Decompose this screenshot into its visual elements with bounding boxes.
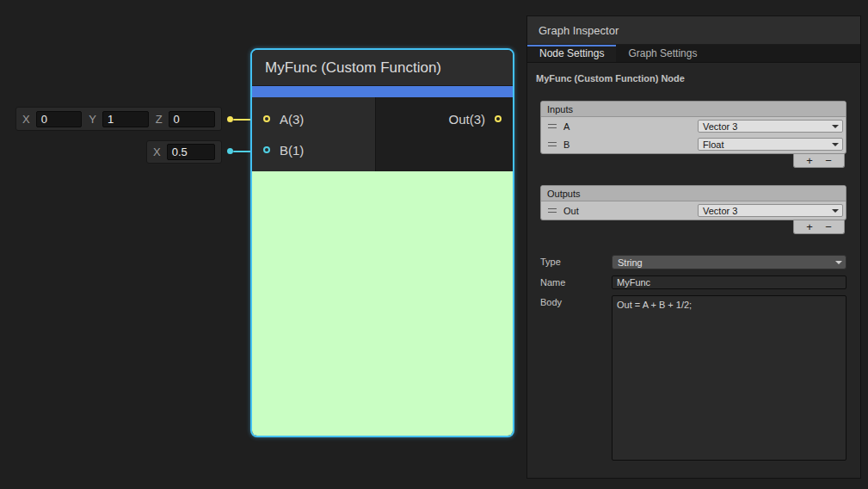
input-port-a-icon[interactable]	[263, 115, 270, 122]
output-port-out-label: Out(3)	[448, 112, 485, 127]
port-row-a: A(3)	[252, 103, 375, 134]
input-port-a-label: A(3)	[280, 112, 304, 127]
add-input-button[interactable]: +	[806, 155, 813, 166]
name-input[interactable]: MyFunc	[612, 275, 846, 289]
vector-y-input[interactable]: 1	[102, 111, 149, 127]
vector-x-input[interactable]: 0	[36, 111, 83, 127]
inputs-row-b[interactable]: B Float	[541, 135, 846, 153]
float-input-widget: X 0.5	[146, 140, 222, 164]
custom-function-node[interactable]: MyFunc (Custom Function) A(3) B(1) Out(3…	[250, 48, 514, 437]
graph-inspector-panel: Graph Inspector Node Settings Graph Sett…	[526, 15, 861, 479]
drag-handle-icon[interactable]	[548, 142, 557, 146]
input-port-b-label: B(1)	[280, 143, 304, 158]
float-x-group: X 0.5	[153, 144, 215, 160]
outputs-list-toolbar: + −	[793, 220, 845, 234]
body-label: Body	[540, 295, 612, 307]
outputs-list: Outputs Out Vector 3 + −	[540, 185, 846, 234]
outputs-row-out[interactable]: Out Vector 3	[541, 201, 846, 220]
node-port-area: A(3) B(1) Out(3)	[252, 97, 513, 171]
drag-handle-icon[interactable]	[548, 208, 557, 213]
chevron-down-icon	[832, 143, 839, 146]
output-out-type-dropdown[interactable]: Vector 3	[698, 204, 843, 217]
vector-x-label: X	[22, 113, 30, 126]
dropdown-value: Float	[703, 139, 723, 150]
float-connector-dot[interactable]	[227, 148, 233, 154]
float-x-label: X	[153, 145, 161, 158]
type-row: Type String	[540, 255, 846, 269]
inputs-list-toolbar: + −	[793, 154, 845, 168]
inputs-section-header: Inputs	[541, 102, 846, 117]
body-row: Body Out = A + B + 1/2;	[540, 295, 846, 461]
port-row-b: B(1)	[252, 134, 375, 165]
port-row-out: Out(3)	[376, 103, 513, 134]
remove-input-button[interactable]: −	[825, 155, 832, 166]
type-dropdown[interactable]: String	[612, 255, 846, 269]
vector3-input-widget: X 0 Y 1 Z 0	[15, 107, 222, 131]
node-title: MyFunc (Custom Function)	[252, 50, 513, 86]
type-label: Type	[540, 255, 612, 267]
chevron-down-icon	[832, 209, 839, 213]
vector-y-group: Y 1	[89, 111, 148, 127]
input-b-type-dropdown[interactable]: Float	[698, 138, 843, 151]
tab-node-settings[interactable]: Node Settings	[527, 45, 616, 62]
vector-x-group: X 0	[22, 111, 82, 127]
node-inputs-column: A(3) B(1)	[252, 97, 376, 171]
inputs-section: Inputs A Vector 3 B Float	[540, 101, 846, 154]
inputs-list: Inputs A Vector 3 B Float + −	[540, 101, 846, 168]
inputs-row-a[interactable]: A Vector 3	[541, 117, 846, 135]
input-row-name: B	[563, 139, 698, 150]
inspector-tab-bar: Node Settings Graph Settings	[527, 45, 860, 63]
vector3-connector-dot[interactable]	[227, 116, 233, 122]
node-preview	[252, 171, 513, 436]
dropdown-value: Vector 3	[703, 206, 737, 216]
input-a-type-dropdown[interactable]: Vector 3	[698, 120, 843, 133]
node-outputs-column: Out(3)	[376, 97, 513, 171]
name-row: Name MyFunc	[540, 275, 846, 289]
input-row-name: A	[563, 121, 698, 132]
add-output-button[interactable]: +	[806, 221, 813, 232]
vector-z-input[interactable]: 0	[169, 111, 215, 127]
outputs-section: Outputs Out Vector 3	[540, 185, 846, 220]
remove-output-button[interactable]: −	[825, 221, 832, 232]
chevron-down-icon	[832, 125, 839, 128]
inspector-title: Graph Inspector	[527, 16, 860, 45]
tab-graph-settings[interactable]: Graph Settings	[616, 45, 709, 62]
vector-z-label: Z	[156, 113, 163, 126]
float-x-input[interactable]: 0.5	[167, 144, 215, 160]
output-port-out-icon[interactable]	[495, 115, 502, 122]
vector-y-label: Y	[89, 113, 96, 126]
output-row-name: Out	[563, 206, 698, 216]
node-accent-bar	[252, 86, 513, 97]
body-textarea[interactable]: Out = A + B + 1/2;	[612, 295, 846, 461]
dropdown-value: Vector 3	[703, 121, 737, 132]
outputs-section-header: Outputs	[541, 186, 846, 201]
name-label: Name	[540, 275, 612, 288]
chevron-down-icon	[835, 261, 842, 264]
drag-handle-icon[interactable]	[548, 124, 557, 128]
inspector-heading: MyFunc (Custom Function) Node	[536, 73, 852, 84]
input-port-b-icon[interactable]	[263, 146, 270, 153]
dropdown-value: String	[618, 257, 643, 268]
vector-z-group: Z 0	[156, 111, 215, 127]
